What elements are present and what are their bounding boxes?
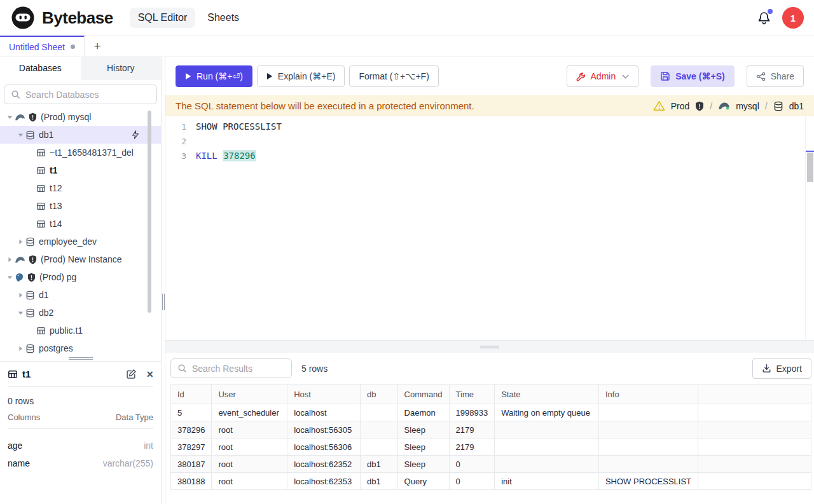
- schema-column-row[interactable]: namevarchar(255): [8, 454, 153, 472]
- tab-history[interactable]: History: [81, 57, 162, 79]
- database-search-input[interactable]: [25, 90, 150, 100]
- results-cell[interactable]: [598, 439, 698, 456]
- results-cell[interactable]: root: [212, 473, 287, 490]
- tree-item-db2[interactable]: db2: [0, 304, 161, 322]
- avatar[interactable]: 1: [782, 7, 804, 29]
- results-cell[interactable]: [495, 421, 599, 439]
- caret-down-icon[interactable]: [5, 115, 15, 119]
- tab-untitled-sheet[interactable]: Untitled Sheet: [0, 36, 85, 57]
- tab-databases[interactable]: Databases: [0, 57, 81, 79]
- tree-item-employee-dev[interactable]: employee_dev: [0, 233, 161, 250]
- results-cell[interactable]: 2179: [449, 421, 495, 439]
- editor-scrollbar-thumb[interactable]: [807, 153, 813, 182]
- results-cell[interactable]: localhost: [287, 404, 361, 421]
- tree-item-t14[interactable]: t14: [0, 215, 161, 233]
- results-cell[interactable]: SHOW PROCESSLIST: [598, 473, 698, 490]
- results-cell[interactable]: root: [212, 421, 287, 439]
- nav-sheets[interactable]: Sheets: [199, 8, 247, 28]
- caret-down-icon[interactable]: [16, 311, 25, 315]
- tree-item--prod-pg[interactable]: (Prod) pg: [0, 268, 161, 286]
- tree-item-postgres[interactable]: postgres: [0, 339, 161, 356]
- lightning-icon[interactable]: [132, 130, 139, 139]
- results-cell[interactable]: root: [212, 456, 287, 473]
- results-cell[interactable]: Sleep: [397, 421, 449, 439]
- bytebase-logo[interactable]: Bytebase: [10, 5, 113, 31]
- caret-right-icon[interactable]: [5, 257, 15, 262]
- tree-item-t12[interactable]: t12: [0, 179, 161, 197]
- results-cell[interactable]: [360, 421, 397, 439]
- results-cell[interactable]: Sleep: [397, 456, 449, 473]
- tree-item-t1[interactable]: t1: [0, 161, 161, 179]
- tree-item-db1[interactable]: db1: [0, 126, 161, 144]
- results-cell[interactable]: root: [212, 439, 287, 456]
- results-cell[interactable]: db1: [360, 473, 397, 490]
- sidebar-panel-resize-handle[interactable]: [0, 356, 161, 362]
- editor-scrollbar[interactable]: [805, 116, 814, 340]
- results-cell[interactable]: db1: [360, 456, 397, 473]
- caret-right-icon[interactable]: [16, 346, 25, 351]
- results-cell[interactable]: [598, 421, 698, 439]
- results-cell[interactable]: [698, 456, 811, 473]
- schema-column-row[interactable]: ageint: [8, 437, 153, 454]
- results-cell[interactable]: [698, 421, 811, 439]
- run-button[interactable]: Run (⌘+⏎): [176, 65, 252, 87]
- results-cell[interactable]: Waiting on empty queue: [495, 404, 599, 421]
- notification-bell-icon[interactable]: [755, 10, 772, 26]
- tree-item--t1-1658481371-del[interactable]: ~t1_1658481371_del: [0, 144, 161, 161]
- tree-scrollbar[interactable]: [148, 111, 151, 313]
- results-cell[interactable]: Sleep: [397, 439, 449, 456]
- results-cell[interactable]: [360, 439, 397, 456]
- format-button[interactable]: Format (⇧+⌥+F): [349, 65, 438, 87]
- results-cell[interactable]: 378297: [171, 439, 212, 456]
- export-button[interactable]: Export: [752, 358, 811, 379]
- close-panel-icon[interactable]: ×: [146, 369, 153, 380]
- breadcrumb-database[interactable]: db1: [789, 101, 804, 111]
- results-cell[interactable]: [598, 456, 698, 473]
- caret-right-icon[interactable]: [16, 239, 25, 245]
- results-cell[interactable]: 1998933: [449, 404, 495, 421]
- add-sheet-button[interactable]: +: [85, 36, 110, 57]
- results-cell[interactable]: localhost:56305: [287, 421, 361, 439]
- results-cell[interactable]: event_scheduler: [212, 404, 287, 421]
- results-cell[interactable]: 380187: [171, 456, 212, 473]
- results-cell[interactable]: 5: [171, 404, 212, 421]
- caret-right-icon[interactable]: [16, 292, 25, 298]
- tree-item--prod-mysql[interactable]: (Prod) mysql: [0, 108, 161, 126]
- sql-editor[interactable]: 1SHOW PROCESSLIST23KILL 378296: [165, 116, 814, 340]
- results-resize-handle[interactable]: [165, 340, 814, 353]
- results-search-input[interactable]: [192, 364, 285, 374]
- results-cell[interactable]: localhost:62352: [287, 456, 361, 473]
- save-button[interactable]: Save (⌘+S): [651, 65, 734, 87]
- caret-down-icon[interactable]: [16, 133, 25, 137]
- results-cell[interactable]: 378296: [171, 421, 212, 439]
- breadcrumb-instance[interactable]: mysql: [736, 101, 759, 111]
- results-cell[interactable]: 0: [449, 473, 495, 490]
- explain-button[interactable]: Explain (⌘+E): [257, 65, 345, 87]
- nav-sql-editor[interactable]: SQL Editor: [130, 8, 196, 28]
- tree-item-d1[interactable]: d1: [0, 286, 161, 304]
- results-cell[interactable]: [698, 473, 811, 490]
- results-cell[interactable]: [698, 439, 811, 456]
- admin-mode-button[interactable]: Admin: [567, 65, 639, 87]
- results-cell[interactable]: localhost:62353: [287, 473, 361, 490]
- results-cell[interactable]: [495, 456, 599, 473]
- results-cell[interactable]: init: [495, 473, 599, 490]
- results-cell[interactable]: [698, 404, 811, 421]
- results-cell[interactable]: 0: [449, 456, 495, 473]
- results-cell[interactable]: [495, 439, 599, 456]
- results-cell[interactable]: 380188: [171, 473, 212, 490]
- tree-item-t13[interactable]: t13: [0, 197, 161, 215]
- share-button[interactable]: Share: [747, 65, 804, 87]
- results-cell[interactable]: [598, 404, 698, 421]
- tree-item-public-t1[interactable]: public.t1: [0, 322, 161, 339]
- results-cell[interactable]: 2179: [449, 439, 495, 456]
- caret-down-icon[interactable]: [5, 275, 15, 280]
- results-cell[interactable]: [360, 404, 397, 421]
- tree-item--prod-new-instance[interactable]: (Prod) New Instance: [0, 250, 161, 268]
- breadcrumb-environment[interactable]: Prod: [671, 101, 690, 111]
- results-cell[interactable]: Query: [397, 473, 449, 490]
- results-cell[interactable]: localhost:56306: [287, 439, 361, 456]
- edit-table-icon[interactable]: [126, 369, 137, 379]
- results-cell[interactable]: Daemon: [397, 404, 449, 421]
- sidebar-resize-handle[interactable]: [161, 57, 165, 504]
